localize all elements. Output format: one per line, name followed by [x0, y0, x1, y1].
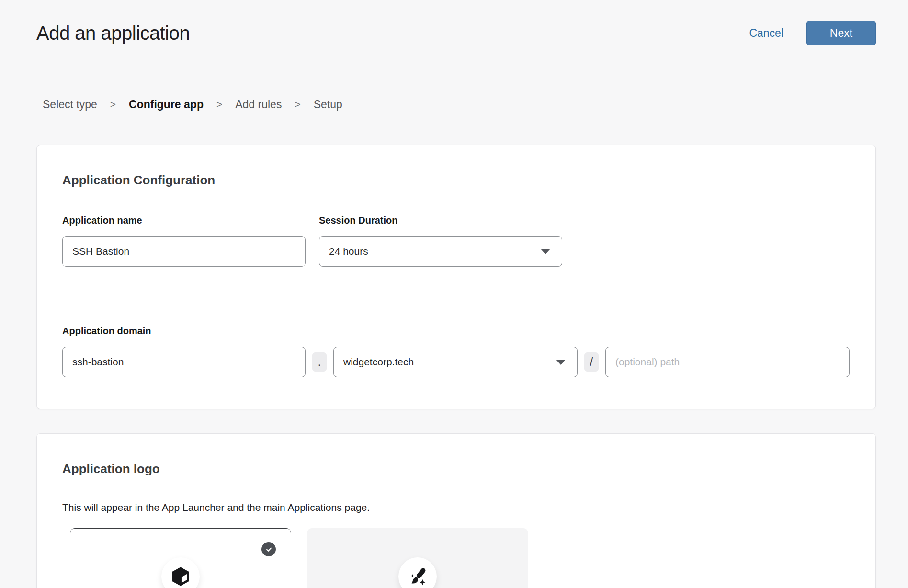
application-name-field-group: Application name	[62, 215, 306, 267]
chevron-right-icon: >	[295, 98, 300, 111]
selected-check-badge	[261, 542, 276, 556]
application-name-label: Application name	[62, 215, 306, 226]
breadcrumb: Select type > Configure app > Add rules …	[43, 98, 876, 111]
page-title: Add an application	[36, 20, 190, 46]
custom-logo-circle	[398, 557, 437, 588]
page-header: Add an application Cancel Next	[36, 0, 876, 46]
step-setup[interactable]: Setup	[314, 98, 342, 111]
application-logo-description: This will appear in the App Launcher and…	[62, 502, 850, 513]
logo-option-custom[interactable]	[307, 528, 528, 588]
application-logo-card: Application logo This will appear in the…	[36, 433, 876, 588]
default-logo-circle	[161, 557, 200, 588]
step-add-rules[interactable]: Add rules	[235, 98, 282, 111]
application-name-input[interactable]	[62, 236, 306, 267]
application-logo-heading: Application logo	[62, 462, 850, 476]
application-configuration-heading: Application Configuration	[62, 173, 850, 188]
name-session-row: Application name Session Duration 24 hou…	[62, 215, 850, 267]
subdomain-input[interactable]	[62, 347, 306, 377]
logo-options	[70, 528, 850, 588]
application-domain-row: . widgetcorp.tech /	[62, 347, 850, 377]
session-duration-value: 24 hours	[329, 246, 368, 257]
slash-separator: /	[584, 352, 599, 372]
check-icon	[265, 545, 273, 554]
logo-option-default[interactable]	[70, 528, 291, 588]
paintbrush-icon	[407, 566, 428, 587]
session-duration-field-group: Session Duration 24 hours	[319, 215, 562, 267]
dot-separator: .	[312, 352, 327, 372]
chevron-down-icon	[541, 249, 550, 254]
cancel-button[interactable]: Cancel	[749, 27, 783, 40]
next-button[interactable]: Next	[806, 21, 876, 45]
domain-select[interactable]: widgetcorp.tech	[333, 347, 578, 377]
add-application-page: Add an application Cancel Next Select ty…	[0, 0, 908, 588]
path-input[interactable]	[605, 347, 850, 377]
cube-icon	[170, 566, 191, 587]
application-domain-field-group: Application domain . widgetcorp.tech /	[62, 325, 850, 377]
chevron-right-icon: >	[110, 98, 116, 111]
step-configure-app[interactable]: Configure app	[129, 98, 204, 111]
header-actions: Cancel Next	[749, 21, 876, 45]
domain-select-value: widgetcorp.tech	[343, 356, 414, 368]
chevron-down-icon	[556, 360, 566, 365]
application-configuration-card: Application Configuration Application na…	[36, 145, 876, 409]
session-duration-label: Session Duration	[319, 215, 562, 226]
step-select-type[interactable]: Select type	[43, 98, 97, 111]
chevron-right-icon: >	[216, 98, 222, 111]
session-duration-select[interactable]: 24 hours	[319, 236, 562, 267]
application-domain-label: Application domain	[62, 325, 850, 337]
